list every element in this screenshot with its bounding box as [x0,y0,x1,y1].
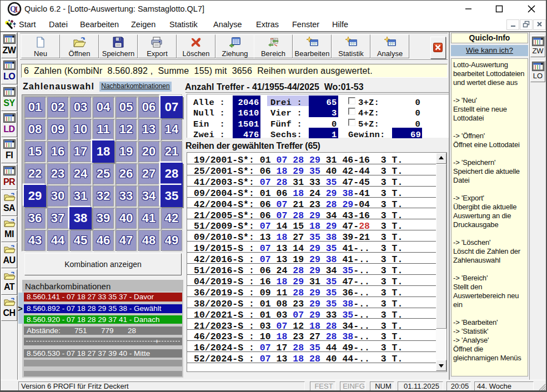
svg-text:L: L [15,6,20,14]
